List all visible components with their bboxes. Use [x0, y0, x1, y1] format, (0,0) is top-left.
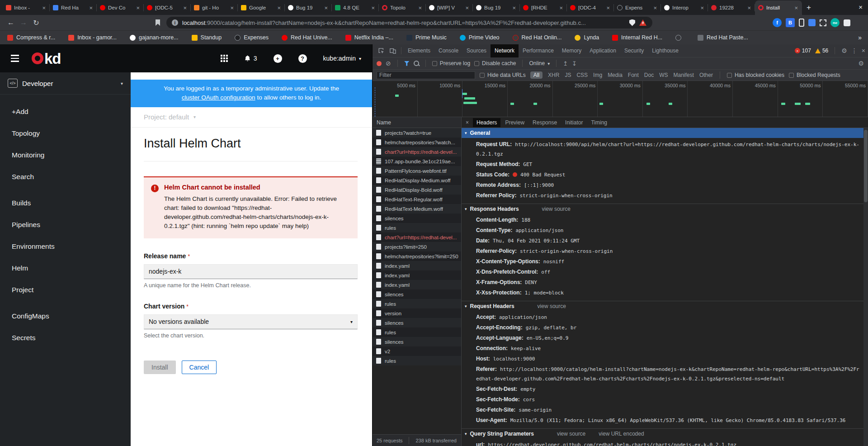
collapse-icon[interactable]: ▾: [465, 131, 467, 135]
devtools-settings-icon[interactable]: ⚙: [841, 47, 847, 54]
app-launcher-icon[interactable]: [221, 55, 228, 62]
tab-close-icon[interactable]: ×: [276, 5, 282, 11]
cancel-button[interactable]: Cancel: [182, 361, 217, 374]
bookmark-item[interactable]: gajanan-more...: [130, 34, 179, 41]
bookmark-item[interactable]: Prime Video: [460, 34, 500, 41]
export-har-icon[interactable]: ↧: [572, 60, 577, 67]
disable-cache-checkbox[interactable]: Disable cache: [474, 60, 516, 66]
request-row[interactable]: rules: [373, 223, 461, 232]
detail-tab[interactable]: Preview: [501, 118, 528, 127]
devtools-tab[interactable]: Application: [585, 44, 620, 57]
import-har-icon[interactable]: ↥: [563, 60, 568, 67]
perspective-switcher[interactable]: </> Developer ▾: [0, 72, 131, 95]
sidebar-item[interactable]: Pipelines: [0, 214, 131, 236]
network-overview-timeline[interactable]: 5000 ms 10000 ms 15000 ms 20000 ms 25000…: [373, 81, 868, 117]
tab-close-icon[interactable]: ×: [135, 5, 141, 11]
name-column-header[interactable]: Name: [373, 117, 461, 128]
request-row[interactable]: index.yaml: [373, 270, 461, 280]
detail-tab[interactable]: Timing: [587, 118, 611, 127]
request-type-filter[interactable]: XHR: [548, 72, 559, 78]
request-row[interactable]: projects?limit=250: [373, 242, 461, 251]
sidebar-item[interactable]: Secrets: [0, 327, 131, 349]
request-type-filter[interactable]: Manifest: [674, 72, 694, 78]
tab-close-icon[interactable]: ×: [182, 5, 188, 11]
reload-icon[interactable]: ↻: [30, 19, 42, 27]
scrollbar-thumb[interactable]: [864, 130, 868, 202]
console-warnings-badge[interactable]: 56: [815, 47, 828, 54]
devtools-menu-icon[interactable]: ⋮: [851, 47, 858, 54]
browser-tab[interactable]: Bug 19 ×: [285, 0, 332, 15]
view-source-link[interactable]: view source: [557, 431, 585, 437]
request-row[interactable]: index.yaml: [373, 261, 461, 270]
install-button[interactable]: Install: [144, 361, 176, 374]
request-row[interactable]: silences: [373, 289, 461, 299]
sidebar-item[interactable]: +Add: [0, 101, 131, 123]
release-name-input[interactable]: nodejs-ex-k: [144, 264, 358, 279]
bookmark-item[interactable]: Prime Music: [406, 34, 447, 41]
devtools-tab[interactable]: Console: [434, 44, 462, 57]
request-row[interactable]: RedHatDisplay-Medium.woff: [373, 176, 461, 185]
sidebar-item[interactable]: Monitoring: [0, 144, 131, 166]
extension-icon[interactable]: [854, 18, 863, 27]
new-tab-button[interactable]: +: [802, 1, 816, 14]
notifications-button[interactable]: 3: [244, 55, 257, 62]
search-icon[interactable]: [414, 61, 419, 66]
view-source-link[interactable]: view source: [542, 206, 571, 212]
bookmark-item[interactable]: Inbox - gamor...: [68, 34, 117, 41]
request-type-filter[interactable]: Img: [593, 72, 602, 78]
request-type-filter[interactable]: Doc: [644, 72, 654, 78]
project-selector[interactable]: Project: default ▾: [131, 107, 372, 128]
tab-close-icon[interactable]: ×: [699, 5, 705, 11]
request-row[interactable]: projects?watch=true: [373, 128, 461, 138]
bookmark-item[interactable]: Netflix India –...: [345, 34, 393, 41]
request-row[interactable]: 107.app-bundle.3e1cc219ae...: [373, 157, 461, 166]
request-row[interactable]: rules: [373, 356, 461, 365]
devtools-tab[interactable]: Performance: [519, 44, 558, 57]
devtools-tab[interactable]: Sources: [462, 44, 491, 57]
devtools-tab[interactable]: Memory: [558, 44, 585, 57]
browser-tab[interactable]: [WIP] V ×: [426, 0, 473, 15]
network-settings-icon[interactable]: ⚙: [858, 60, 864, 67]
extension-icon[interactable]: [808, 19, 816, 26]
sidebar-item[interactable]: Topology: [0, 123, 131, 144]
adblock-extension-icon[interactable]: 5: [639, 19, 647, 26]
extension-icon[interactable]: me: [830, 18, 840, 27]
request-row[interactable]: helmchartrepositories?watch...: [373, 138, 461, 147]
bookmarks-overflow-icon[interactable]: »: [858, 34, 862, 41]
tab-close-icon[interactable]: ×: [417, 5, 423, 11]
devtools-tab[interactable]: Lighthouse: [648, 44, 683, 57]
bookmark-item[interactable]: Red Hat Onlin...: [513, 34, 562, 41]
browser-tab[interactable]: [ODC-4 ×: [567, 0, 614, 15]
filter-icon[interactable]: [404, 61, 410, 66]
tab-close-icon[interactable]: ×: [464, 5, 470, 11]
filter-input[interactable]: Filter: [377, 71, 475, 79]
window-close-icon[interactable]: ×: [859, 3, 863, 11]
section-query-string[interactable]: ▾ Query String Parameters view source vi…: [462, 428, 868, 438]
request-row[interactable]: version: [373, 308, 461, 318]
request-type-filter[interactable]: CSS: [576, 72, 588, 78]
bookmark-item[interactable]: Red Hat Paste...: [698, 34, 748, 41]
browser-tab[interactable]: 4.8 QE ×: [332, 0, 379, 15]
tab-close-icon[interactable]: ×: [229, 5, 235, 11]
has-blocked-cookies-checkbox[interactable]: Has blocked cookies: [727, 72, 784, 78]
detail-tab[interactable]: Response: [529, 118, 561, 127]
browser-tab[interactable]: Google ×: [238, 0, 285, 15]
sidebar-item[interactable]: Helm: [0, 257, 131, 279]
tab-close-icon[interactable]: ×: [605, 5, 611, 11]
okd-logo[interactable]: kd: [32, 51, 61, 66]
detail-tab[interactable]: Headers: [473, 118, 500, 127]
blocked-requests-checkbox[interactable]: Blocked Requests: [789, 72, 840, 78]
browser-tab[interactable]: Interop ×: [661, 0, 708, 15]
browser-tab[interactable]: [RHDE ×: [520, 0, 567, 15]
request-type-filter[interactable]: Font: [628, 72, 639, 78]
bookmark-icon[interactable]: [156, 19, 160, 26]
tab-close-icon[interactable]: ×: [88, 5, 94, 11]
console-errors-badge[interactable]: × 107: [795, 47, 811, 54]
devtools-tab[interactable]: Network: [491, 44, 519, 57]
detail-tab[interactable]: Initiator: [561, 118, 586, 127]
section-request-headers[interactable]: ▾ Request Headers view source: [462, 301, 868, 311]
close-detail-icon[interactable]: ×: [462, 119, 472, 126]
nav-menu-icon[interactable]: [11, 55, 19, 62]
tab-close-icon[interactable]: ×: [370, 5, 376, 11]
section-general[interactable]: ▾ General: [462, 128, 868, 138]
